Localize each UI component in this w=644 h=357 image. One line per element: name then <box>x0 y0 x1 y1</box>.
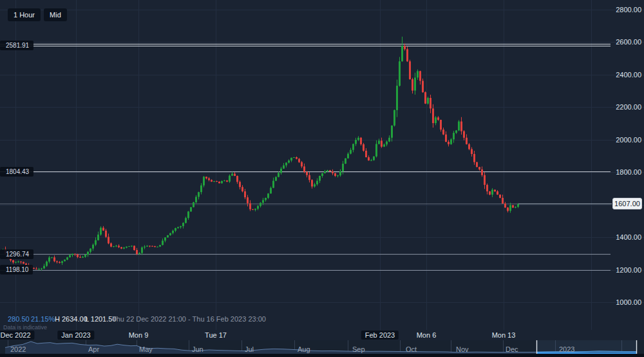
time-axis-label: Dec 2022 <box>0 331 35 340</box>
price-axis-label: 1800.00 <box>616 168 641 177</box>
time-axis-label: Jan 2023 <box>57 331 94 340</box>
date-range: Thu 22 Dec 2022 21:00 - Thu 16 Feb 2023 … <box>112 315 266 323</box>
navigator-month-label: Dec <box>506 345 518 353</box>
data-indicative-note: Data is indicative <box>3 324 47 331</box>
bottom-scroll-track[interactable] <box>0 354 644 357</box>
navigator-month-label: Oct <box>406 345 417 353</box>
price-axis-label: 2400.00 <box>616 70 641 79</box>
level-label: 1804.43 <box>0 167 33 177</box>
time-axis[interactable]: Dec 2022Jan 2023Mon 9Tue 17Feb 2023Mon 6… <box>0 330 644 340</box>
time-axis-label: Mon 6 <box>417 331 437 340</box>
level-label: 1296.74 <box>0 249 33 259</box>
price-axis-label: 2000.00 <box>616 135 641 144</box>
time-axis-label: Mon 9 <box>129 331 149 340</box>
main-chart[interactable]: 2581.911804.431296.741198.10 2800.002600… <box>0 0 644 330</box>
current-price-badge: 1607.00 <box>612 198 642 209</box>
period-high: H 2634.00 <box>55 315 88 323</box>
time-axis-label: Mon 13 <box>492 331 516 340</box>
level-label: 2581.91 <box>0 41 33 50</box>
change-value: 280.50 <box>8 315 30 323</box>
navigator-month-label: Nov <box>456 345 469 353</box>
level-label: 1198.10 <box>0 265 33 275</box>
navigator-month-label: Jun <box>192 345 204 353</box>
navigator-month-label: Sep <box>352 345 365 353</box>
price-axis-label: 2600.00 <box>616 37 641 46</box>
price-axis-label: 2800.00 <box>616 5 641 14</box>
price-type-button[interactable]: Mid <box>44 8 67 21</box>
price-axis-label: 1200.00 <box>616 265 641 275</box>
navigator[interactable]: 2022AprMayJunJulAugSepOctNovDec2023 <box>0 340 644 354</box>
chart-toolbar: 1 Hour Mid <box>8 8 67 21</box>
navigator-month-label: Aug <box>298 345 310 353</box>
navigator-month-label: May <box>139 345 153 353</box>
time-axis-label: Feb 2023 <box>361 331 399 340</box>
stats-bar: 280.50 21.15% H 2634.00 L 1201.50 Thu 22… <box>0 315 412 324</box>
time-axis-label: Tue 17 <box>205 331 227 340</box>
navigator-month-label: 2023 <box>559 345 574 353</box>
candlestick-plot[interactable] <box>0 0 644 330</box>
timeframe-button[interactable]: 1 Hour <box>8 8 41 21</box>
trading-chart-window: 1 Hour Mid 2581.911804.431296.741198.10 … <box>0 0 644 357</box>
price-axis-label: 1000.00 <box>616 298 641 307</box>
navigator-month-label: Jul <box>245 345 254 353</box>
navigator-month-label: Apr <box>88 345 99 353</box>
price-axis-label: 1400.00 <box>616 233 641 242</box>
change-percent: 21.15% <box>31 315 55 323</box>
price-axis-label: 2200.00 <box>616 102 641 111</box>
navigator-month-label: 2022 <box>10 345 26 353</box>
